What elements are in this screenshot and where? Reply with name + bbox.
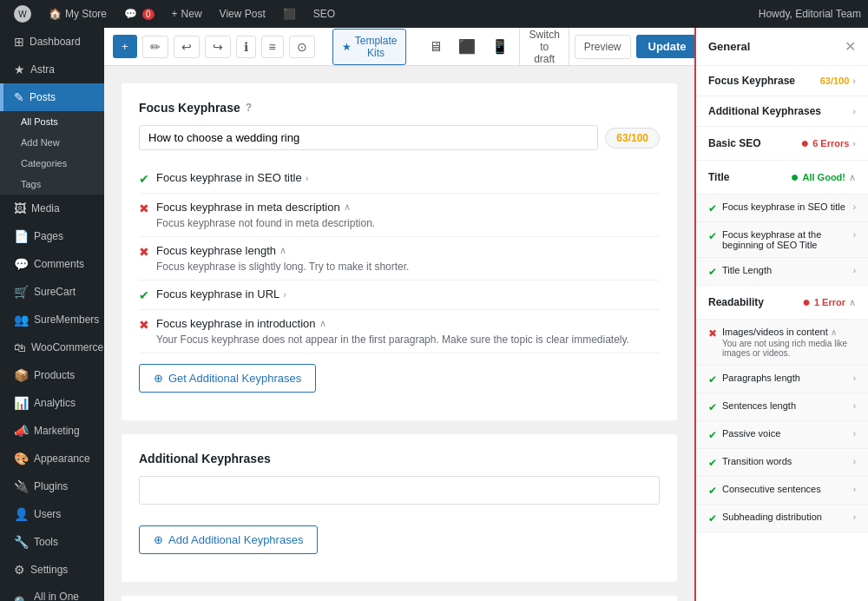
sidebar-item-pages[interactable]: 📄 Pages	[0, 222, 104, 250]
allinoneseo-icon: 🔍	[14, 596, 29, 601]
update-button[interactable]: Update	[636, 35, 695, 58]
admin-bar-seo[interactable]: SEO	[306, 0, 342, 28]
sidebar-item-surecart[interactable]: 🛒 SureCart	[0, 278, 104, 306]
info-button[interactable]: ℹ	[236, 36, 256, 58]
panel-item-basic-seo[interactable]: Basic SEO ● 6 Errors ›	[696, 127, 868, 161]
sidebar-item-label: Pages	[34, 230, 63, 242]
mobile-button[interactable]: 📱	[486, 35, 514, 58]
ok-icon2: ✔	[708, 230, 717, 242]
admin-bar-view-post[interactable]: View Post	[213, 0, 273, 28]
check-item-url[interactable]: ✔ Focus keyphrase in URL ›	[139, 281, 660, 310]
chevron-right-icon2: ›	[283, 289, 286, 300]
add-additional-keyphrases-button[interactable]: ⊕ Add Additional Keyphrases	[139, 525, 318, 554]
error-dot-icon2: ●	[802, 294, 811, 310]
sidebar-submenu-all-posts[interactable]: All Posts	[0, 111, 104, 132]
admin-bar-comments[interactable]: 💬 0	[117, 0, 161, 28]
chevron-right-icon: ›	[306, 173, 309, 183]
check-item-intro[interactable]: ✖ Focus keyphrase in introduction ∧ Your…	[139, 310, 660, 353]
panel-item-focus-keyphrase[interactable]: Focus Keyphrase 63/100 ›	[696, 66, 868, 96]
admin-bar-new[interactable]: + New	[165, 0, 209, 28]
sidebar-item-settings[interactable]: ⚙ Settings	[0, 556, 104, 584]
additional-keyphrases-input[interactable]	[139, 476, 660, 505]
sidebar-item-appearance[interactable]: 🎨 Appearance	[0, 445, 104, 472]
ok-icon4: ✔	[708, 373, 717, 386]
block-button[interactable]: ⊙	[289, 36, 315, 58]
add-block-button[interactable]: +	[113, 35, 137, 58]
panel-item-additional-keyphrases[interactable]: Additional Keyphrases ›	[696, 96, 868, 127]
panel-readability-expanded: ✖ Images/videos in content ∧ You are not…	[696, 320, 868, 532]
check-item-meta-desc[interactable]: ✖ Focus keyphrase in meta description ∧ …	[139, 194, 660, 237]
panel-sub-subheading-distribution[interactable]: ✔ Subheading distribution ›	[696, 505, 868, 532]
panel-sub-passive-voice[interactable]: ✔ Passive voice ›	[696, 421, 868, 449]
switch-to-draft-button[interactable]: Switch to draft	[519, 28, 569, 71]
admin-bar-logo[interactable]: W	[7, 0, 38, 28]
tools-icon: 🔧	[14, 535, 29, 549]
ok-icon5: ✔	[708, 401, 717, 413]
check-item-keyphrase-length[interactable]: ✖ Focus keyphrase length ∧ Focus keyphra…	[139, 237, 660, 281]
preview-button[interactable]: Preview	[575, 35, 631, 59]
undo-icon: ↩	[181, 40, 192, 54]
sidebar-item-posts[interactable]: ✎ Posts	[0, 83, 104, 111]
wp-logo: W	[14, 5, 31, 23]
desktop-button[interactable]: 🖥	[424, 36, 448, 58]
sidebar-item-products[interactable]: 📦 Products	[0, 361, 104, 389]
additional-keyphrases-title: Additional Keyphrases	[139, 452, 660, 466]
sidebar-item-users[interactable]: 👤 Users	[0, 500, 104, 528]
sidebar-item-marketing[interactable]: 📣 Marketing	[0, 417, 104, 445]
sidebar-submenu-categories[interactable]: Categories	[0, 153, 104, 174]
pages-icon: 📄	[14, 229, 29, 243]
sidebar-item-label: SureMembers	[34, 314, 99, 326]
sidebar-item-dashboard[interactable]: ⊞ Dashboard	[0, 28, 104, 56]
sidebar-submenu-add-new[interactable]: Add New	[0, 132, 104, 153]
keyphrase-input[interactable]	[139, 125, 598, 150]
edit-button[interactable]: ✏	[142, 36, 168, 58]
sidebar-item-label: Media	[31, 202, 60, 215]
undo-button[interactable]: ↩	[174, 36, 200, 58]
panel-sub-focus-beginning[interactable]: ✔ Focus keyphrase at the beginning of SE…	[696, 222, 868, 258]
chevron-right-icon5: ›	[853, 230, 856, 240]
check-text: Focus keyphrase in meta description ∧ Fo…	[156, 201, 660, 229]
admin-bar-store[interactable]: 🏠 My Store	[42, 0, 114, 28]
menu-button[interactable]: ≡	[261, 36, 284, 58]
template-kits-button[interactable]: ★ Template Kits	[332, 29, 407, 65]
sidebar-item-tools[interactable]: 🔧 Tools	[0, 528, 104, 556]
sidebar-item-analytics[interactable]: 📊 Analytics	[0, 389, 104, 417]
sidebar-item-plugins[interactable]: 🔌 Plugins	[0, 472, 104, 500]
sidebar-item-comments[interactable]: 💬 Comments	[0, 250, 104, 278]
panel-section-readability[interactable]: Readability ● 1 Error ∧	[696, 286, 868, 320]
panel-sub-images-videos[interactable]: ✖ Images/videos in content ∧ You are not…	[696, 320, 868, 366]
help-icon[interactable]: ?	[246, 102, 252, 114]
sidebar-item-label: Comments	[34, 258, 84, 270]
check-text: Focus keyphrase in URL ›	[156, 287, 660, 300]
plus-circle-icon2: ⊕	[154, 533, 163, 546]
panel-sub-paragraphs-length[interactable]: ✔ Paragraphs length ›	[696, 366, 868, 393]
check-subtext3: Your Focus keyphrase does not appear in …	[156, 334, 660, 346]
panel-sub-sentences-length[interactable]: ✔ Sentences length ›	[696, 393, 868, 421]
sidebar-item-astra[interactable]: ★ Astra	[0, 56, 104, 83]
sidebar-submenu-tags[interactable]: Tags	[0, 174, 104, 195]
panel-sub-consecutive-sentences[interactable]: ✔ Consecutive sentences ›	[696, 477, 868, 505]
sidebar-item-label: Posts	[30, 91, 56, 103]
sidebar-item-allinoneseo[interactable]: 🔍 All in One SEO	[0, 584, 104, 601]
menu-icon: ≡	[269, 40, 276, 54]
sidebar-item-label: All in One SEO	[34, 591, 94, 601]
keyphrase-score-pill: 63/100	[605, 128, 660, 149]
panel-section-title[interactable]: Title ● All Good! ∧	[696, 161, 868, 195]
sidebar-item-media[interactable]: 🖼 Media	[0, 195, 104, 222]
panel-title-expanded: ✔ Focus keyphrase in SEO title › ✔ Focus…	[696, 195, 868, 286]
panel-sub-focus-seo-title[interactable]: ✔ Focus keyphrase in SEO title ›	[696, 195, 868, 222]
ok-icon6: ✔	[708, 429, 717, 441]
sidebar-item-label: Products	[34, 369, 75, 381]
panel-sub-transition-words[interactable]: ✔ Transition words ›	[696, 449, 868, 477]
get-additional-keyphrases-button[interactable]: ⊕ Get Additional Keyphrases	[139, 364, 316, 393]
redo-button[interactable]: ↪	[205, 36, 231, 58]
check-item-seo-title[interactable]: ✔ Focus keyphrase in SEO title ›	[139, 164, 660, 194]
tablet-button[interactable]: ⬛	[453, 35, 481, 58]
chevron-right-icon9: ›	[853, 429, 856, 439]
sidebar-item-suremembers[interactable]: 👥 SureMembers	[0, 306, 104, 334]
sidebar-item-label: Tools	[34, 536, 58, 548]
close-icon[interactable]: ✕	[845, 38, 856, 55]
sidebar-item-woocommerce[interactable]: 🛍 WooCommerce	[0, 334, 104, 361]
howdy-text: Howdy, Editorial Team	[759, 8, 861, 20]
panel-sub-title-length[interactable]: ✔ Title Length ›	[696, 258, 868, 286]
